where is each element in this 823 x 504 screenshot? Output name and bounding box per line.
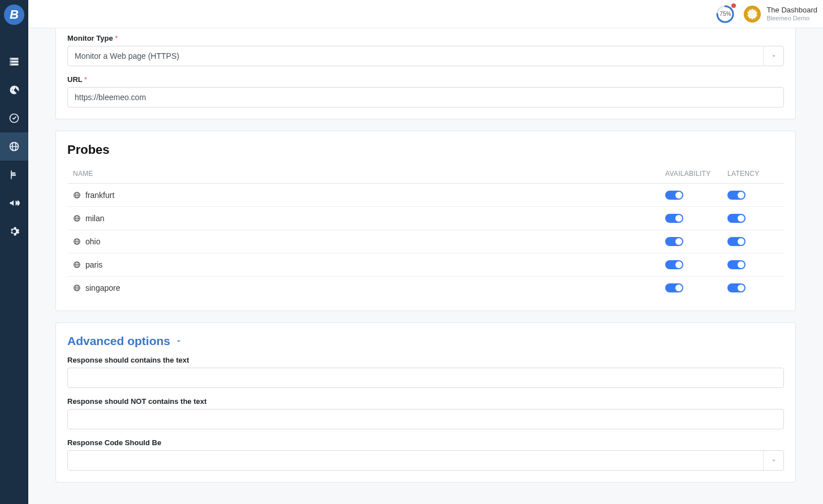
availability-toggle[interactable] <box>665 214 683 223</box>
nav-servers[interactable] <box>0 48 28 76</box>
probes-title: Probes <box>67 143 784 157</box>
monitor-type-label: Monitor Type * <box>67 34 784 42</box>
probes-table: NAME AVAILABILITY LATENCY frankfurtmilan… <box>67 164 784 299</box>
nav-announce[interactable] <box>0 189 28 217</box>
user-avatar-icon <box>744 6 761 23</box>
caret-down-icon <box>175 337 183 345</box>
url-label: URL * <box>67 75 784 84</box>
nav-globe[interactable] <box>0 132 28 161</box>
contains-label: Response should contains the text <box>67 356 784 364</box>
latency-toggle[interactable] <box>727 260 746 269</box>
probe-name: frankfurt <box>85 191 114 200</box>
globe-icon <box>73 238 81 245</box>
monitor-type-value: Monitor a Web page (HTTPS) <box>75 51 179 61</box>
contains-input[interactable] <box>67 368 784 388</box>
nav-checks[interactable] <box>0 104 28 132</box>
advanced-card: Advanced options Response should contain… <box>55 322 796 483</box>
probes-card: Probes NAME AVAILABILITY LATENCY frankfu… <box>55 131 796 311</box>
header-subtitle: Bleemeo Demo <box>766 15 817 21</box>
user-menu[interactable]: The Dashboard Bleemeo Demo <box>744 6 817 23</box>
monitor-type-select[interactable]: Monitor a Web page (HTTPS) <box>67 46 784 66</box>
globe-icon <box>73 261 81 269</box>
col-header-name: NAME <box>73 170 665 178</box>
monitor-config-card: Monitor Type * Monitor a Web page (HTTPS… <box>55 28 796 119</box>
response-code-select[interactable] <box>67 450 784 471</box>
globe-icon <box>73 214 81 222</box>
availability-toggle[interactable] <box>665 237 683 246</box>
nav-flag[interactable] <box>0 161 28 189</box>
progress-indicator[interactable]: 75% <box>716 5 735 24</box>
header: 75% The Dashboard Bleemeo Demo <box>28 0 823 28</box>
nav-dashboard[interactable] <box>0 76 28 104</box>
app-logo[interactable]: B <box>4 5 24 25</box>
table-row: ohio <box>67 230 784 253</box>
globe-icon <box>73 284 81 292</box>
response-code-label: Response Code Should Be <box>67 438 784 447</box>
col-header-availability: AVAILABILITY <box>665 170 727 178</box>
probe-name: paris <box>85 260 102 269</box>
not-contains-label: Response should NOT contains the text <box>67 397 784 406</box>
table-row: paris <box>67 253 784 277</box>
notification-dot-icon <box>731 3 736 8</box>
header-title: The Dashboard <box>766 6 817 14</box>
chevron-down-icon <box>763 46 783 66</box>
globe-icon <box>73 191 81 199</box>
table-row: frankfurt <box>67 184 784 207</box>
probe-name: milan <box>85 214 104 223</box>
latency-toggle[interactable] <box>727 237 746 246</box>
table-row: milan <box>67 207 784 230</box>
sidebar: B <box>0 0 28 504</box>
probe-name: ohio <box>85 237 100 246</box>
availability-toggle[interactable] <box>665 260 683 269</box>
advanced-title: Advanced options <box>67 334 170 348</box>
availability-toggle[interactable] <box>665 191 683 200</box>
advanced-toggle[interactable]: Advanced options <box>67 334 784 348</box>
latency-toggle[interactable] <box>727 191 746 200</box>
col-header-latency: LATENCY <box>727 170 778 178</box>
latency-toggle[interactable] <box>727 283 746 292</box>
nav-settings[interactable] <box>0 217 28 245</box>
latency-toggle[interactable] <box>727 214 746 223</box>
probe-name: singapore <box>85 283 120 292</box>
table-row: singapore <box>67 277 784 299</box>
availability-toggle[interactable] <box>665 283 683 292</box>
url-input[interactable] <box>67 87 784 107</box>
not-contains-input[interactable] <box>67 409 784 429</box>
chevron-down-icon <box>763 451 783 470</box>
